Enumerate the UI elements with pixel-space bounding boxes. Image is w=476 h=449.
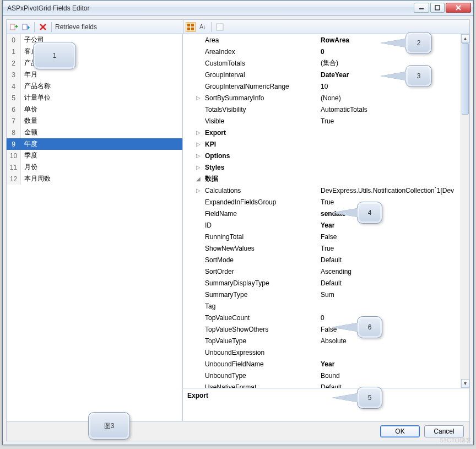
property-row[interactable]: SortModeDefault: [183, 254, 469, 266]
property-value[interactable]: (集合): [318, 58, 469, 68]
property-value[interactable]: Year: [318, 221, 469, 229]
list-item[interactable]: 4产品名称: [7, 80, 182, 92]
property-value[interactable]: Bound: [318, 372, 469, 380]
svg-rect-14: [217, 24, 223, 30]
property-row[interactable]: TopValueShowOthersFalse: [183, 323, 469, 335]
list-item[interactable]: 6单价: [7, 104, 182, 115]
property-value[interactable]: Absolute: [318, 337, 469, 345]
ok-button[interactable]: OK: [380, 425, 420, 437]
scroll-up-icon[interactable]: ▲: [461, 34, 469, 43]
property-value[interactable]: (None): [318, 94, 469, 102]
property-row[interactable]: ShowNewValuesTrue: [183, 242, 469, 254]
scroll-thumb[interactable]: [462, 43, 469, 115]
row-index: 1: [7, 46, 21, 57]
callout-3: 3: [405, 65, 432, 87]
maximize-button[interactable]: [430, 3, 445, 13]
field-list[interactable]: 0子公司1客户2产品信息3年月4产品名称5计量单位6单价7数量8金额9年度10季…: [7, 34, 183, 421]
close-button[interactable]: [446, 3, 471, 13]
property-category[interactable]: ▷KPI: [183, 138, 469, 150]
row-label: 年度: [21, 139, 37, 149]
property-value[interactable]: 10: [318, 83, 469, 90]
expand-icon[interactable]: ▷: [194, 129, 203, 136]
property-name: TopValueCount: [203, 314, 318, 322]
property-value[interactable]: Year: [318, 360, 469, 368]
expand-icon[interactable]: ▷: [194, 164, 203, 170]
property-value[interactable]: Ascending: [318, 268, 469, 275]
property-row[interactable]: RunningTotalFalse: [183, 231, 469, 242]
property-category[interactable]: ◢数据: [183, 173, 469, 185]
scrollbar[interactable]: ▲ ▼: [461, 34, 469, 388]
list-item[interactable]: 12本月周数: [7, 173, 182, 185]
property-row[interactable]: Tag: [183, 300, 469, 312]
add-icon[interactable]: [9, 22, 19, 32]
categorized-icon[interactable]: [186, 22, 196, 32]
scroll-down-icon[interactable]: ▼: [461, 379, 469, 388]
watermark: 51CTO博客: [440, 436, 472, 445]
expand-icon[interactable]: ▷: [194, 153, 203, 159]
list-item[interactable]: 10季度: [7, 150, 182, 161]
property-value[interactable]: Default: [318, 383, 469, 388]
property-row[interactable]: SummaryTypeSum: [183, 289, 469, 300]
list-item[interactable]: 5计量单位: [7, 92, 182, 104]
property-category[interactable]: ▷Export: [183, 127, 469, 138]
property-row[interactable]: IDYear: [183, 219, 469, 231]
property-value[interactable]: DevExpress.Utils.NotificationCollection`…: [318, 187, 469, 194]
retrieve-fields-link[interactable]: Retrieve fields: [55, 23, 97, 31]
property-value[interactable]: Default: [318, 256, 469, 264]
property-value[interactable]: True: [318, 198, 469, 206]
property-row[interactable]: SummaryDisplayTypeDefault: [183, 277, 469, 289]
property-value[interactable]: AutomaticTotals: [318, 106, 469, 113]
property-row[interactable]: ▷CalculationsDevExpress.Utils.Notificati…: [183, 185, 469, 196]
row-index: 6: [7, 104, 21, 115]
property-row[interactable]: TopValueTypeAbsolute: [183, 335, 469, 347]
property-value[interactable]: Default: [318, 279, 469, 287]
property-row[interactable]: UnboundExpression: [183, 347, 469, 358]
titlebar[interactable]: ASPxPivotGrid Fields Editor: [3, 1, 473, 16]
svg-rect-7: [23, 24, 27, 30]
property-value[interactable]: False: [318, 233, 469, 241]
delete-icon[interactable]: [38, 22, 48, 32]
property-name: TopValueShowOthers: [203, 326, 318, 333]
expand-icon[interactable]: ▷: [194, 95, 203, 101]
property-name: SortMode: [203, 256, 318, 264]
property-value[interactable]: True: [318, 245, 469, 252]
expand-icon[interactable]: ▷: [194, 187, 203, 193]
list-item[interactable]: 7数量: [7, 115, 182, 127]
list-item[interactable]: 3年月: [7, 69, 182, 80]
property-name: ExpandedInFieldsGroup: [203, 198, 318, 206]
property-row[interactable]: UnboundTypeBound: [183, 370, 469, 381]
expand-icon[interactable]: ◢: [194, 176, 203, 182]
separator: [211, 22, 212, 32]
property-value[interactable]: 0: [318, 48, 469, 56]
property-row[interactable]: TopValueCount0: [183, 312, 469, 323]
property-value[interactable]: Sum: [318, 291, 469, 299]
property-row[interactable]: VisibleTrue: [183, 115, 469, 127]
property-row[interactable]: UnboundFieldNameYear: [183, 358, 469, 370]
row-index: 2: [7, 57, 21, 69]
minimize-button[interactable]: [414, 3, 429, 13]
property-name: 数据: [203, 174, 318, 183]
property-list[interactable]: AreaRowAreaAreaIndex0CustomTotals(集合)Gro…: [183, 34, 469, 388]
property-category[interactable]: ▷Styles: [183, 161, 469, 173]
list-item[interactable]: 11月份: [7, 161, 182, 173]
callout-6: 6: [357, 316, 382, 338]
alphabetical-icon[interactable]: A↓: [198, 22, 208, 32]
list-item[interactable]: 8金额: [7, 127, 182, 138]
property-name: UseNativeFormat: [203, 383, 318, 388]
list-item[interactable]: 9年度: [7, 138, 182, 150]
property-row[interactable]: ExpandedInFieldsGroupTrue: [183, 196, 469, 208]
insert-icon[interactable]: [21, 22, 31, 32]
property-row[interactable]: UseNativeFormatDefault: [183, 381, 469, 388]
list-item[interactable]: 0子公司: [7, 34, 182, 46]
expand-icon[interactable]: ▷: [194, 141, 203, 147]
property-category[interactable]: ▷Options: [183, 150, 469, 161]
property-value[interactable]: 0: [318, 314, 469, 322]
cancel-button[interactable]: Cancel: [424, 425, 464, 437]
property-value[interactable]: True: [318, 117, 469, 125]
property-row[interactable]: FieldNamesendate: [183, 208, 469, 219]
property-pages-icon[interactable]: [215, 22, 225, 32]
property-row[interactable]: ▷SortBySummaryInfo(None): [183, 92, 469, 104]
property-name: GroupIntervalNumericRange: [203, 83, 318, 90]
property-row[interactable]: TotalsVisibilityAutomaticTotals: [183, 104, 469, 115]
property-row[interactable]: SortOrderAscending: [183, 266, 469, 277]
